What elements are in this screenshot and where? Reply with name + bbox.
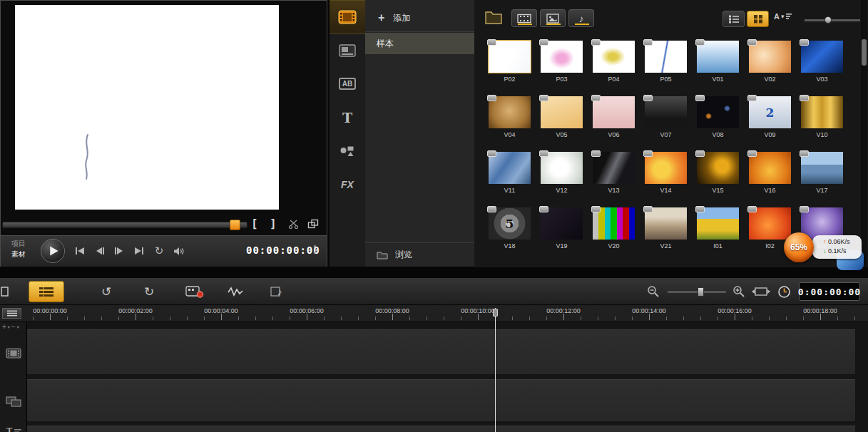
category-item-sample[interactable]: 样本 — [365, 33, 474, 54]
gallery-item[interactable]: 5 V18 — [484, 206, 536, 262]
auto-music-button[interactable]: ♪ — [264, 282, 288, 301]
skip-start-icon — [75, 247, 86, 255]
browse-button[interactable]: 浏览 — [365, 242, 474, 267]
mark-in-button[interactable]: [ — [251, 217, 258, 230]
timeline-zoom-out-button[interactable] — [646, 284, 660, 299]
scrub-bar[interactable] — [2, 222, 247, 228]
gallery-item-label: P04 — [588, 76, 640, 83]
undo-button[interactable]: ↺ — [97, 283, 116, 300]
gallery-item[interactable]: P02 — [484, 39, 536, 95]
gallery-item[interactable]: V17 — [796, 150, 848, 206]
gallery-item[interactable]: V20 — [588, 206, 640, 262]
prev-frame-button[interactable] — [91, 244, 108, 258]
module-graphics[interactable] — [330, 134, 365, 168]
gallery-item[interactable]: V15 — [692, 150, 744, 206]
gallery-item[interactable]: V21 — [640, 206, 692, 262]
grid-view-button[interactable] — [747, 11, 769, 27]
module-instant-project[interactable] — [330, 34, 365, 67]
project-mode-toggle[interactable]: 项目 — [11, 239, 26, 249]
gallery-item[interactable]: P03 — [536, 39, 588, 95]
skip-end-button[interactable] — [130, 244, 147, 258]
module-titles[interactable]: T — [330, 101, 365, 134]
title-track[interactable] — [27, 426, 855, 432]
gallery-item[interactable]: V04 — [484, 95, 536, 150]
thumbnail-overlay-text — [593, 152, 635, 184]
fit-project-button[interactable] — [752, 286, 770, 297]
gallery-item-label: V11 — [484, 187, 536, 194]
gallery-item[interactable]: V07 — [640, 95, 692, 150]
playhead[interactable] — [495, 308, 496, 432]
timeline-zoom-handle[interactable] — [698, 287, 704, 297]
remove-track-menu-icon[interactable]: ▾ — [17, 324, 19, 329]
gallery-item[interactable]: P04 — [588, 39, 640, 95]
gallery-item[interactable]: V16 — [744, 150, 796, 206]
gallery-item[interactable]: V08 — [692, 95, 744, 150]
list-view-button[interactable] — [723, 11, 745, 27]
module-media[interactable] — [330, 0, 365, 34]
network-ball[interactable]: 65% — [784, 232, 814, 262]
gallery-item[interactable]: V10 — [796, 95, 848, 150]
gallery-item[interactable]: I01 — [692, 206, 744, 262]
add-category-button[interactable]: + 添加 — [365, 7, 474, 29]
gallery-item[interactable]: V05 — [536, 95, 588, 150]
next-frame-button[interactable] — [111, 244, 128, 258]
gallery-scrollbar-thumb[interactable] — [862, 39, 867, 66]
filter-video-button[interactable] — [511, 9, 537, 27]
thumbnail — [749, 207, 791, 240]
timecode-spin-up[interactable]: ▲ — [312, 243, 317, 249]
remove-track-button[interactable]: − — [11, 323, 16, 331]
thumbnail — [541, 152, 583, 184]
filter-active-underline — [518, 24, 532, 25]
overlay-track[interactable] — [27, 379, 855, 422]
gallery-zoom-slider[interactable] — [805, 19, 860, 21]
thumbnail — [541, 41, 583, 73]
gallery-item[interactable]: V01 — [692, 39, 744, 95]
video-track[interactable] — [27, 329, 855, 375]
add-track-button[interactable]: + — [2, 323, 6, 331]
volume-button[interactable] — [170, 244, 188, 258]
thumbnail — [593, 96, 635, 128]
record-capture-button[interactable] — [183, 282, 207, 301]
mark-out-button[interactable]: ] — [270, 217, 277, 230]
scrub-handle[interactable] — [230, 220, 240, 230]
timeline-ruler[interactable]: 00:00:00:0000:00:02:0000:00:04:0000:00:0… — [0, 305, 868, 322]
filter-audio-button[interactable]: ♪ — [568, 9, 594, 27]
duration-clock-button[interactable] — [776, 284, 792, 299]
filter-photo-button[interactable] — [540, 9, 566, 27]
skip-start-button[interactable] — [72, 244, 89, 258]
gallery-item[interactable]: V14 — [640, 150, 692, 206]
gallery-scrollbar[interactable] — [861, 0, 867, 267]
gallery-item[interactable]: V12 — [536, 150, 588, 206]
add-track-menu-icon[interactable]: ▾ — [8, 324, 10, 329]
clip-mode-toggle[interactable]: 素材 — [11, 250, 26, 259]
play-button[interactable] — [41, 239, 65, 263]
module-transitions[interactable]: AB — [330, 67, 365, 101]
gallery-zoom-handle[interactable] — [824, 16, 832, 24]
gallery-item[interactable]: V02 — [744, 39, 796, 95]
gallery-item[interactable]: V06 — [588, 95, 640, 150]
split-clip-scissors-icon[interactable] — [288, 220, 299, 229]
audio-filter-icon: ♪ — [579, 13, 584, 24]
timeline-view-button[interactable] — [29, 281, 64, 302]
storyboard-view-button[interactable] — [0, 284, 10, 299]
overlay-track-icon[interactable] — [6, 396, 21, 407]
repeat-button[interactable]: ↻ — [150, 244, 168, 258]
sound-mixer-button[interactable] — [224, 282, 248, 301]
gallery-item[interactable]: 2 V09 — [744, 95, 796, 150]
enlarge-preview-icon[interactable] — [307, 219, 319, 229]
open-folder-icon[interactable] — [484, 10, 503, 25]
sort-button[interactable]: A ▾ — [774, 12, 792, 21]
timeline-zoom-in-button[interactable] — [732, 284, 746, 299]
gallery-item[interactable]: V13 — [588, 150, 640, 206]
title-track-icon[interactable]: T — [6, 426, 21, 432]
module-filters[interactable]: FX — [330, 168, 365, 201]
gallery-item[interactable]: P05 — [640, 39, 692, 95]
gallery-item[interactable]: V11 — [484, 150, 536, 206]
timeline-zoom-slider[interactable] — [668, 291, 726, 293]
video-track-icon[interactable] — [6, 348, 21, 359]
timecode-spin-down[interactable]: ▼ — [312, 250, 317, 256]
redo-button[interactable]: ↻ — [140, 283, 158, 300]
gallery-item[interactable]: V19 — [536, 206, 588, 262]
playhead-handle[interactable] — [493, 309, 498, 317]
gallery-item[interactable]: V03 — [796, 39, 848, 95]
